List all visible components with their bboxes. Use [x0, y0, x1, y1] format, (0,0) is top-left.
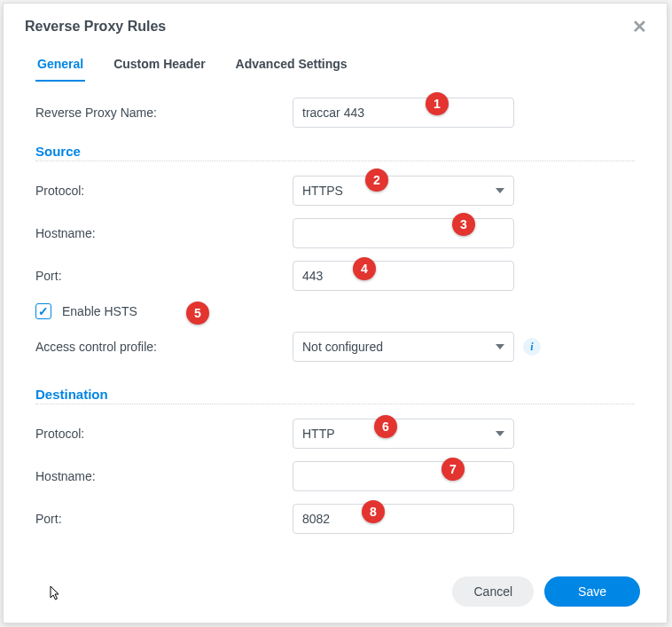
annotation-badge-3: 3	[452, 213, 475, 236]
acp-label: Access control profile:	[35, 340, 293, 354]
dest-protocol-value: HTTP	[302, 427, 335, 441]
chevron-down-icon	[496, 431, 504, 436]
annotation-badge-7: 7	[441, 458, 465, 481]
annotation-badge-2: 2	[365, 169, 388, 192]
dest-protocol-select[interactable]: HTTP	[293, 419, 514, 449]
dest-hostname-input[interactable]	[293, 461, 514, 491]
source-hostname-input[interactable]	[293, 218, 514, 248]
source-protocol-select[interactable]: HTTPS	[293, 176, 514, 206]
section-destination-title: Destination	[35, 387, 635, 402]
section-destination-divider	[35, 404, 635, 404]
checkmark-icon: ✓	[38, 305, 49, 317]
annotation-badge-5: 5	[186, 302, 209, 325]
save-button[interactable]: Save	[544, 576, 640, 607]
dest-port-label: Port:	[35, 512, 293, 526]
tab-bar: General Custom Header Advanced Settings	[4, 48, 667, 82]
dest-port-input[interactable]	[293, 504, 514, 534]
annotation-badge-1: 1	[426, 92, 449, 115]
dest-protocol-label: Protocol:	[35, 427, 293, 441]
source-hostname-label: Hostname:	[35, 226, 293, 240]
enable-hsts-label: Enable HSTS	[62, 304, 137, 318]
chevron-down-icon	[496, 188, 504, 193]
tab-general[interactable]: General	[35, 48, 85, 82]
row-source-port: Port: 4	[35, 261, 635, 291]
acp-value: Not configured	[302, 340, 383, 354]
source-port-label: Port:	[35, 269, 293, 283]
info-icon[interactable]: i	[523, 338, 541, 356]
acp-select[interactable]: Not configured	[293, 332, 514, 362]
source-port-input[interactable]	[293, 261, 514, 291]
cancel-button[interactable]: Cancel	[452, 576, 534, 607]
dialog-footer: Cancel Save	[4, 564, 667, 623]
annotation-badge-8: 8	[362, 500, 385, 523]
proxy-name-label: Reverse Proxy Name:	[35, 106, 293, 120]
tab-custom-header[interactable]: Custom Header	[112, 48, 207, 82]
section-source-divider	[35, 161, 635, 161]
section-source-title: Source	[35, 144, 635, 159]
tab-advanced-settings[interactable]: Advanced Settings	[234, 48, 349, 82]
row-dest-protocol: Protocol: HTTP 6	[35, 419, 635, 449]
source-protocol-label: Protocol:	[35, 184, 293, 198]
cursor-icon	[50, 585, 62, 605]
dialog-title: Reverse Proxy Rules	[25, 19, 166, 35]
enable-hsts-checkbox[interactable]: ✓	[35, 303, 51, 319]
chevron-down-icon	[496, 344, 504, 349]
dest-hostname-label: Hostname:	[35, 469, 293, 483]
annotation-badge-4: 4	[353, 257, 376, 280]
reverse-proxy-dialog: Reverse Proxy Rules ✕ General Custom Hea…	[3, 3, 668, 623]
source-protocol-value: HTTPS	[302, 184, 343, 198]
annotation-badge-6: 6	[374, 415, 397, 438]
row-enable-hsts: ✓ Enable HSTS 5	[35, 303, 635, 319]
proxy-name-input[interactable]	[293, 98, 514, 128]
dialog-content: Reverse Proxy Name: 1 Source Protocol: H…	[4, 82, 667, 564]
row-proxy-name: Reverse Proxy Name: 1	[35, 98, 635, 128]
row-source-hostname: Hostname: 3	[35, 218, 635, 248]
row-source-protocol: Protocol: HTTPS 2	[35, 176, 635, 206]
dialog-header: Reverse Proxy Rules ✕	[4, 4, 667, 48]
row-dest-hostname: Hostname: 7	[35, 461, 635, 491]
close-icon[interactable]: ✕	[632, 18, 647, 35]
row-dest-port: Port: 8	[35, 504, 635, 534]
row-access-control-profile: Access control profile: Not configured i	[35, 332, 635, 362]
